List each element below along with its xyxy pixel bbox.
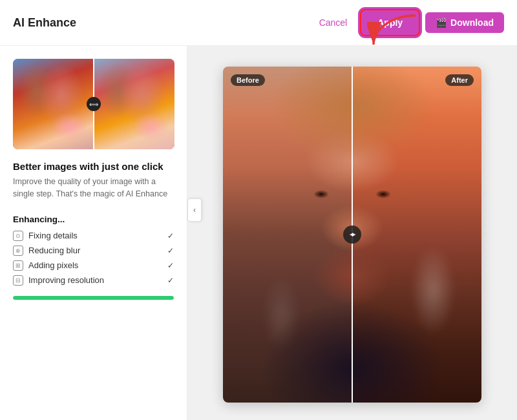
description-block: Better images with just one click Improv…: [13, 161, 174, 200]
step-check-pixels: ✓: [167, 261, 174, 270]
step-icon-blur: ⊕: [13, 246, 23, 256]
background-figure-right: [410, 245, 456, 335]
step-left-blur: ⊕ Reducing blur: [13, 246, 80, 256]
download-label: Download: [450, 17, 494, 28]
page-title: AI Enhance: [13, 16, 76, 30]
preview-overlay-left: [13, 59, 94, 149]
comparison-container[interactable]: ◂▸ Before After: [223, 67, 481, 403]
after-label: After: [445, 74, 474, 86]
preview-before: [13, 59, 94, 149]
enhancing-section: Enhancing... ⊙ Fixing details ✓ ⊕ Reduci…: [13, 215, 174, 300]
step-check-resolution: ✓: [167, 276, 174, 285]
left-panel: ⟺ Better images with just one click Impr…: [0, 46, 187, 420]
step-icon-resolution: ⊟: [13, 275, 23, 286]
description-title: Better images with just one click: [13, 161, 174, 172]
arrow-icon: [367, 9, 419, 48]
step-item-blur: ⊕ Reducing blur ✓: [13, 246, 174, 256]
progress-bar-container: [13, 296, 174, 300]
step-item-fixing: ⊙ Fixing details ✓: [13, 231, 174, 241]
right-panel: ◂▸ Before After: [187, 46, 517, 420]
preview-image-inner: ⟺: [13, 59, 174, 149]
enhancing-title: Enhancing...: [13, 215, 174, 224]
step-check-blur: ✓: [167, 246, 174, 255]
step-label-fixing: Fixing details: [28, 231, 78, 240]
before-label: Before: [231, 74, 265, 86]
step-label-pixels: Adding pixels: [28, 260, 78, 270]
step-item-resolution: ⊟ Improving resolution ✓: [13, 275, 174, 286]
comparison-before-image: [223, 67, 352, 403]
main-layout: ⟺ Better images with just one click Impr…: [0, 46, 517, 420]
header: AI Enhance Cancel Apply 🎬 Download: [0, 0, 517, 46]
step-label-blur: Reducing blur: [28, 246, 80, 255]
progress-bar-fill: [13, 296, 174, 300]
step-list: ⊙ Fixing details ✓ ⊕ Reducing blur ✓ ⊞: [13, 231, 174, 286]
download-icon: 🎬: [436, 17, 447, 28]
step-label-resolution: Improving resolution: [28, 275, 104, 285]
cancel-button[interactable]: Cancel: [311, 14, 355, 32]
description-text: Improve the quality of your image with a…: [13, 176, 174, 200]
step-left-fixing: ⊙ Fixing details: [13, 231, 78, 241]
comparison-after-image: [352, 67, 481, 403]
preview-overlay-right: [94, 59, 174, 149]
download-button[interactable]: 🎬 Download: [425, 12, 504, 33]
step-left-pixels: ⊞ Adding pixels: [13, 260, 78, 271]
comparison-handle[interactable]: ◂▸: [343, 226, 361, 244]
collapse-panel-button[interactable]: ‹: [187, 198, 202, 222]
step-item-pixels: ⊞ Adding pixels ✓: [13, 260, 174, 271]
chevron-left-icon: ‹: [193, 205, 196, 215]
step-icon-pixels: ⊞: [13, 260, 23, 271]
preview-thumbnail: ⟺: [13, 59, 174, 149]
step-icon-fixing: ⊙: [13, 231, 23, 241]
background-figure-left: [262, 275, 301, 352]
preview-handle[interactable]: ⟺: [87, 97, 101, 111]
step-check-fixing: ✓: [167, 231, 174, 240]
preview-after: [94, 59, 174, 149]
step-left-resolution: ⊟ Improving resolution: [13, 275, 104, 286]
